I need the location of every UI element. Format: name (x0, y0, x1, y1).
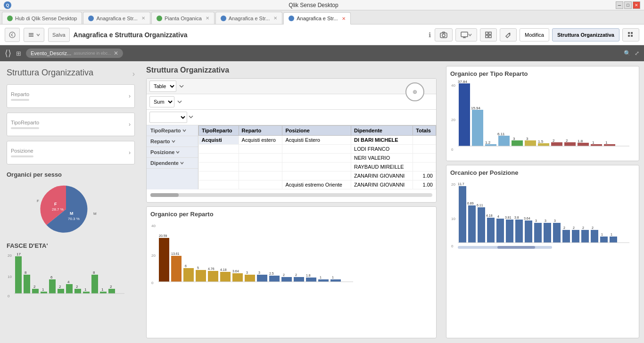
pianta-close-icon[interactable]: ✕ (206, 16, 209, 21)
layout-button[interactable] (480, 28, 497, 41)
svg-rect-144 (600, 237, 608, 243)
info-icon[interactable]: ℹ (429, 31, 431, 39)
pie-chart-container: F 28.7 % M 70.3 % M F (7, 181, 135, 237)
data-table: TipoReparto Reparto Posizione Dipendente… (198, 125, 436, 189)
table-scrollbar[interactable] (147, 189, 436, 199)
tab-anagrafica1[interactable]: Anagrafica e Str... ✕ (83, 12, 150, 24)
col-dipendente[interactable]: Dipendente (351, 126, 413, 136)
svg-text:2: 2 (563, 226, 565, 229)
svg-text:1: 1 (601, 233, 603, 236)
svg-rect-66 (245, 275, 255, 282)
dim-reparto-arrow (172, 139, 175, 143)
expand-icon[interactable]: ⤢ (635, 50, 639, 57)
filter-toolbar (147, 110, 436, 125)
search-chip[interactable]: Evento_Descriz... assunzione in ebc... ✕ (26, 49, 123, 58)
screen-icon (461, 32, 468, 38)
close-button[interactable]: ✕ (633, 1, 640, 9)
chip-close-icon[interactable]: ✕ (114, 50, 118, 57)
struttura-button[interactable]: Struttura Organizzativa (552, 28, 619, 41)
nav-back-button[interactable] (5, 28, 20, 42)
organico-tipo-title: Organico per Tipo Reparto (450, 70, 635, 77)
svg-rect-146 (610, 237, 617, 243)
table-type-select[interactable]: Table (149, 81, 176, 92)
panel-expand-icon[interactable]: › (132, 70, 135, 78)
svg-rect-114 (459, 186, 466, 243)
filter-tipo-arrow: › (129, 121, 131, 128)
svg-rect-126 (515, 220, 523, 243)
svg-text:2: 2 (592, 226, 594, 229)
cell-dipendente-1: LODI FRANCO (351, 145, 413, 154)
cell-totals-0 (413, 136, 436, 145)
salva-button[interactable]: Salva (48, 28, 70, 42)
dim-reparto-label: Reparto (150, 139, 170, 144)
table-row: ZANARINI GIOVANNI 1.00 (199, 172, 436, 180)
anagrafica1-tab-label: Anagrafica e Str... (96, 16, 137, 21)
svg-text:10: 10 (451, 217, 455, 221)
struttura-title: Struttura Organizzativa (146, 66, 437, 74)
filter-select[interactable] (149, 112, 187, 123)
aggregator-select[interactable]: Sum (149, 96, 174, 107)
col-tiporeparto[interactable]: TipoReparto (199, 126, 239, 136)
modifica-button[interactable]: Modifica (520, 28, 549, 41)
filter-posizione[interactable]: Posizione › (7, 141, 135, 164)
dim-dipendente-label: Dipendente (150, 160, 179, 166)
filter-tipo[interactable]: TipoReparto › (7, 113, 135, 136)
svg-rect-30 (41, 292, 47, 294)
maximize-button[interactable]: □ (624, 1, 632, 9)
scrollbar-thumb[interactable] (150, 193, 179, 197)
dim-reparto[interactable]: Reparto (147, 136, 198, 147)
filter-reparto[interactable]: Reparto › (7, 84, 135, 108)
svg-text:6: 6 (185, 264, 187, 268)
pivot-main: TipoReparto Reparto Posizione Dipendente… (198, 125, 436, 189)
grid-button[interactable] (622, 28, 639, 41)
camera-button[interactable] (435, 28, 453, 41)
svg-text:6.11: 6.11 (497, 132, 505, 136)
tab-hub[interactable]: Hub di Qlik Sense Desktop (2, 12, 82, 24)
organico-posizione-scroll[interactable]: 20 10 0 11.7 6.89 6.11 4.18 4 3.81 (450, 179, 635, 253)
minimize-button[interactable]: ─ (616, 1, 623, 9)
nav-arrows[interactable]: ⟨⟩ (5, 48, 11, 58)
cell-tiporeparto-0: Acquisti (199, 136, 239, 145)
svg-rect-102 (564, 142, 576, 146)
edit-icon-button[interactable] (500, 28, 517, 41)
svg-text:0: 0 (451, 244, 454, 248)
window-controls[interactable]: ─ □ ✕ (616, 1, 640, 9)
tab-anagrafica3[interactable]: Anagrafica e Str... ✕ (283, 12, 350, 24)
search-icon[interactable]: 🔍 (624, 50, 631, 57)
compass-icon[interactable]: ⊕ (405, 82, 424, 101)
svg-text:2.5: 2.5 (269, 272, 274, 275)
anagrafica2-tab-icon (221, 16, 226, 21)
filter-reparto-arrow: › (129, 93, 131, 99)
filter-posizione-bar (11, 155, 33, 157)
dim-posizione-label: Posizione (150, 149, 174, 155)
col-reparto[interactable]: Reparto (239, 126, 282, 136)
right-panel: Organico per Tipo Reparto 40 20 0 37.84 … (441, 61, 644, 343)
tab-anagrafica2[interactable]: Anagrafica e Str... ✕ (215, 12, 282, 24)
hub-tab-icon (7, 16, 13, 21)
cell-reparto-0: Acquisti estero (239, 136, 282, 145)
organici-title: Organici per sesso (7, 171, 135, 178)
screen-button[interactable] (455, 28, 477, 41)
table-row: RAYBAUD MIREILLE (199, 163, 436, 172)
svg-rect-54 (171, 256, 182, 282)
cell-totals-1 (413, 145, 436, 154)
svg-rect-38 (74, 289, 81, 294)
anagrafica3-close-icon[interactable]: ✕ (342, 16, 346, 21)
anagrafica2-close-icon[interactable]: ✕ (273, 16, 277, 21)
col-totals[interactable]: Totals (413, 126, 436, 136)
svg-text:40: 40 (151, 224, 156, 228)
dim-posizione[interactable]: Posizione (147, 147, 198, 158)
fasce-chart: 20 10 0 17 8 2 1 6 2 4 2 (7, 251, 134, 298)
col-posizione[interactable]: Posizione (282, 126, 351, 136)
dim-dipendente[interactable]: Dipendente (147, 158, 198, 169)
dim-tiporeparto[interactable]: TipoReparto (147, 125, 198, 136)
expand-button[interactable]: ⊞ (16, 50, 21, 57)
tab-bar: Hub di Qlik Sense Desktop Anagrafica e S… (0, 10, 644, 24)
svg-text:3: 3 (545, 219, 546, 222)
list-button[interactable] (24, 28, 44, 42)
cell-posizione-3 (282, 163, 351, 172)
scrollbar-track (150, 193, 432, 197)
cell-tiporeparto-1 (199, 145, 239, 154)
tab-pianta[interactable]: Pianta Organica ✕ (151, 12, 215, 24)
anagrafica1-close-icon[interactable]: ✕ (141, 16, 145, 21)
